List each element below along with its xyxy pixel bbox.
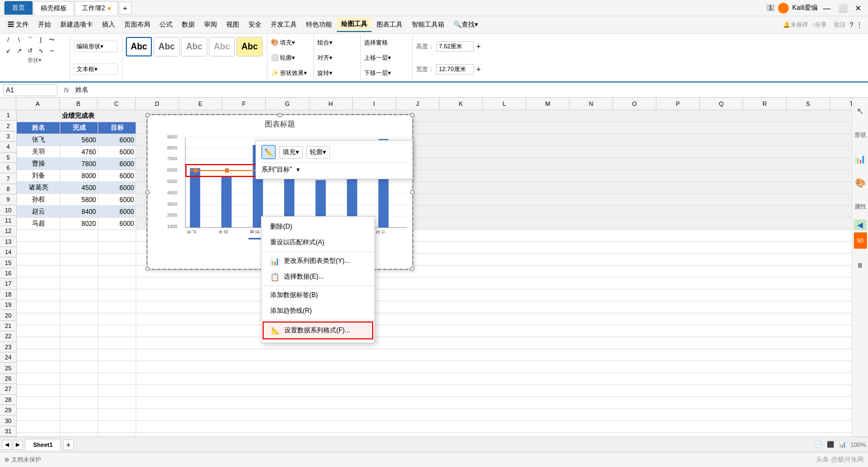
row-header-28[interactable]: 28 — [0, 395, 16, 405]
col-M[interactable]: M — [526, 98, 570, 110]
menu-share[interactable]: ↑分享 — [809, 21, 831, 29]
col-I[interactable]: I — [353, 98, 396, 110]
row-header-13[interactable]: 13 — [0, 237, 16, 247]
menu-smart[interactable]: 智能工具箱 — [407, 18, 449, 31]
cell-A19[interactable] — [17, 325, 60, 337]
cell-B15[interactable] — [60, 277, 98, 289]
context-menu-add-trendline[interactable]: 添加趋势线(R) — [261, 303, 374, 319]
col-F[interactable]: F — [222, 98, 266, 110]
rotate-btn[interactable]: 旋转▾ — [317, 69, 356, 77]
cell-rest-16[interactable] — [136, 289, 852, 301]
cell-C27[interactable] — [98, 421, 136, 433]
row-header-18[interactable]: 18 — [0, 289, 16, 300]
tab-home[interactable]: 首页 — [4, 1, 33, 15]
cell-A21[interactable] — [17, 349, 60, 361]
cell-B20[interactable] — [60, 337, 98, 349]
cell-rest-25[interactable] — [136, 397, 852, 409]
col-S[interactable]: S — [787, 98, 830, 110]
col-H[interactable]: H — [309, 98, 353, 110]
menu-newtab[interactable]: 新建选项卡 — [56, 18, 97, 31]
col-R[interactable]: R — [743, 98, 787, 110]
textbox-btn[interactable]: 文本框▾ — [74, 64, 118, 75]
col-L[interactable]: L — [483, 98, 526, 110]
cell-C28[interactable] — [98, 433, 136, 437]
cell-A5[interactable]: 曹操 — [17, 158, 60, 170]
row-header-6[interactable]: 6 — [0, 163, 16, 173]
cell-A17[interactable] — [17, 301, 60, 313]
context-menu-reset[interactable]: 重设以匹配样式(A) — [261, 235, 374, 250]
handle-tl[interactable] — [145, 113, 150, 117]
row-header-16[interactable]: 16 — [0, 268, 16, 279]
context-menu-chart-type[interactable]: 📊 更改系列图表类型(Y)... — [261, 253, 374, 269]
cell-C21[interactable] — [98, 349, 136, 361]
cell-B9[interactable]: 8400 — [60, 206, 98, 218]
shape-arrow1[interactable]: ↙ — [3, 46, 13, 55]
cell-rest-27[interactable] — [136, 421, 852, 433]
row-header-2[interactable]: 2 — [0, 121, 16, 131]
cell-A3[interactable]: 张飞 — [17, 134, 60, 146]
cell-B2[interactable]: 完成 — [60, 122, 98, 134]
sidebar-property-icon[interactable]: 属性 — [854, 195, 867, 217]
sidebar-shapes-icon[interactable]: 形状 — [854, 124, 867, 146]
menu-special[interactable]: 特色功能 — [302, 18, 336, 31]
shape-arc1[interactable]: ⌒ — [25, 35, 35, 45]
row-header-24[interactable]: 24 — [0, 352, 16, 363]
col-E[interactable]: E — [179, 98, 222, 110]
cell-A18[interactable] — [17, 313, 60, 325]
context-menu-delete[interactable]: 删除(D) — [261, 219, 374, 235]
cell-C23[interactable] — [98, 373, 136, 385]
cell-C25[interactable] — [98, 397, 136, 409]
shape-wave2[interactable]: ∽ — [47, 46, 56, 55]
sidebar-chart-icon[interactable]: 📊 — [854, 148, 867, 169]
sidebar-settings-label[interactable]: 设置 — [854, 251, 867, 267]
context-menu-add-labels[interactable]: 添加数据标签(B) — [261, 287, 374, 303]
panel-pencil-icon[interactable]: ✏️ — [261, 145, 276, 159]
cell-A4[interactable]: 关羽 — [17, 146, 60, 158]
sidebar-wind-icon[interactable]: 90 — [854, 232, 867, 249]
cell-C5[interactable]: 6000 — [98, 158, 136, 170]
menu-more[interactable]: ⋮ — [854, 21, 865, 29]
col-A[interactable]: A — [16, 98, 60, 110]
cell-rest-19[interactable] — [136, 325, 852, 337]
menu-chart[interactable]: 图表工具 — [372, 18, 407, 31]
menu-file[interactable]: ☰ 文件 — [3, 18, 33, 31]
cell-C19[interactable] — [98, 325, 136, 337]
cell-A8[interactable]: 孙权 — [17, 194, 60, 206]
cell-C16[interactable] — [98, 289, 136, 301]
cell-B13[interactable] — [60, 254, 98, 266]
row-header-17[interactable]: 17 — [0, 279, 16, 289]
handle-mr[interactable] — [410, 190, 414, 194]
scroll-left-btn[interactable]: ◀ — [2, 440, 12, 450]
cell-rest-24[interactable] — [136, 385, 852, 397]
context-menu-select-data[interactable]: 📋 选择数据(E)... — [261, 269, 374, 285]
row-header-10[interactable]: 10 — [0, 205, 16, 216]
scroll-right-btn[interactable]: ▶ — [13, 440, 23, 450]
cell-rest-28[interactable] — [136, 433, 852, 437]
menu-view[interactable]: 视图 — [222, 18, 244, 31]
cell-C12[interactable] — [98, 242, 136, 254]
cell-rest-23[interactable] — [136, 373, 852, 385]
row-header-29[interactable]: 29 — [0, 405, 16, 415]
row-header-25[interactable]: 25 — [0, 363, 16, 373]
cell-A13[interactable] — [17, 254, 60, 266]
cell-B24[interactable] — [60, 385, 98, 397]
cell-A10[interactable]: 马超 — [17, 218, 60, 230]
row-header-11[interactable]: 11 — [0, 216, 16, 226]
cell-B23[interactable] — [60, 373, 98, 385]
cell-A26[interactable] — [17, 409, 60, 421]
add-tab-button[interactable]: + — [119, 2, 132, 15]
cell-B25[interactable] — [60, 397, 98, 409]
panel-outline-btn[interactable]: 轮廓▾ — [306, 146, 330, 159]
handle-br[interactable] — [410, 267, 414, 271]
cell-A15[interactable] — [17, 277, 60, 289]
sheet-tab-1[interactable]: Sheet1 — [25, 439, 61, 450]
abc-btn-5[interactable]: Abc — [237, 37, 263, 56]
cell-B17[interactable] — [60, 301, 98, 313]
col-P[interactable]: P — [656, 98, 700, 110]
abc-btn-2[interactable]: Abc — [154, 37, 180, 56]
cell-B26[interactable] — [60, 409, 98, 421]
cell-C6[interactable]: 6000 — [98, 170, 136, 182]
sidebar-style-icon[interactable]: 🎨 — [854, 172, 867, 193]
cell-B4[interactable]: 4760 — [60, 146, 98, 158]
menu-insert[interactable]: 插入 — [98, 18, 119, 31]
